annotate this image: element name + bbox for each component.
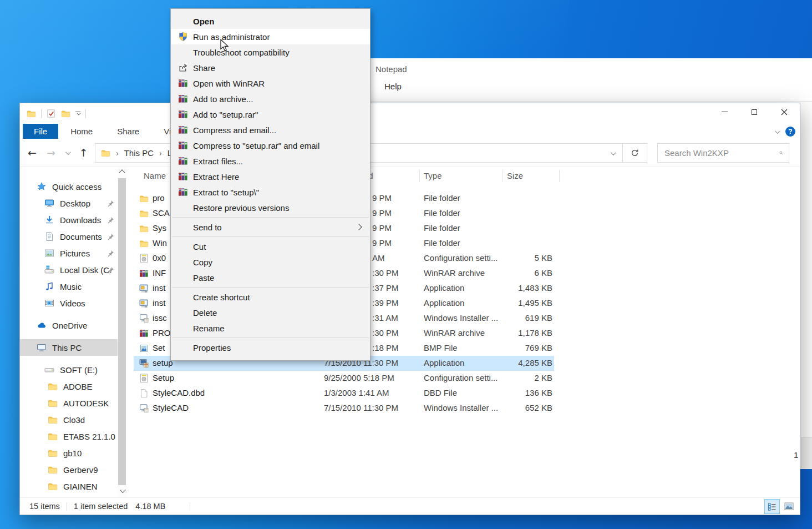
column-header-name[interactable]: Name [144,171,166,180]
sidebar-item-onedrive[interactable]: OneDrive [20,317,118,334]
file-size: 2 KB [534,373,552,382]
menu-item-create-shortcut[interactable]: Create shortcut [171,289,370,305]
address-dropdown-chevron-icon[interactable] [611,150,616,155]
sidebar-item-label: Pictures [60,249,90,258]
sidebar-item-giainen[interactable]: GIAINEN [20,478,118,495]
help-button[interactable]: ? [785,127,795,137]
file-date-modified: 9 PM [372,238,392,248]
sidebar-item-clo3d[interactable]: Clo3d [20,411,118,428]
sidebar-item-downloads[interactable]: Downloads [20,211,118,228]
column-divider[interactable] [419,170,420,182]
sidebar-item-soft-e[interactable]: SOFT (E:) [20,361,118,378]
menu-item-open-with-winrar[interactable]: Open with WinRAR [171,75,370,91]
qat-customize-chevron-icon[interactable] [75,112,80,116]
file-name: inst [153,283,165,293]
search-input[interactable] [658,148,779,158]
close-button[interactable] [769,103,799,120]
ribbon-tab-share[interactable]: Share [105,124,151,139]
forward-button[interactable]: → [47,148,55,158]
pin-icon [107,233,114,240]
sidebar-item-local-disk-c[interactable]: Local Disk (C: [20,261,118,278]
recent-locations-chevron-icon[interactable] [65,149,71,155]
menu-item-add-to-setup-rar[interactable]: Add to "setup.rar" [171,107,370,122]
qat-properties-icon[interactable] [47,109,56,118]
scroll-down-icon[interactable] [120,487,126,493]
menu-item-compress-and-email[interactable]: Compress and email... [171,122,370,138]
winrar-icon [177,187,189,197]
ribbon-tab-file[interactable]: File [23,124,58,139]
menu-item-troubleshoot-compatibility[interactable]: Troubleshoot compatibility [171,44,370,60]
thumbnail-view-button[interactable] [781,500,796,513]
ribbon-expand-chevron-icon[interactable] [775,128,780,134]
file-row-setup[interactable]: Setup9/25/2000 5:18 PMConfiguration sett… [134,371,554,386]
column-divider[interactable] [559,170,560,182]
scrollbar-thumb[interactable] [118,178,126,485]
back-button[interactable]: ← [28,148,37,158]
menu-separator [172,287,369,288]
maximize-button[interactable] [739,103,769,120]
sidebar-item-documents[interactable]: Documents [20,228,118,245]
menu-item-extract-files[interactable]: Extract files... [171,153,370,169]
file-date-modified: 9 PM [372,223,392,233]
scroll-up-icon[interactable] [119,169,125,175]
menu-item-label: Add to archive... [193,94,253,104]
menu-item-properties[interactable]: Properties [171,340,370,355]
menu-item-open[interactable]: Open [171,13,370,29]
minimize-button[interactable] [709,103,739,120]
file-type: File folder [424,208,460,218]
column-header-size[interactable]: Size [507,171,523,180]
column-divider[interactable] [502,170,503,182]
ribbon-tab-home[interactable]: Home [58,124,105,139]
config-icon [139,374,149,383]
menu-item-extract-here[interactable]: Extract Here [171,169,370,184]
menu-item-send-to[interactable]: Send to [171,219,370,235]
search-icon[interactable] [779,149,783,157]
pin-icon [107,199,114,206]
menu-item-rename[interactable]: Rename [171,320,370,336]
menu-item-copy[interactable]: Copy [171,254,370,270]
folder-icon [139,209,149,218]
menu-item-extract-to-setup[interactable]: Extract to "setup\" [171,184,370,200]
up-button[interactable]: ↑ [79,148,88,158]
breadcrumb-this-pc[interactable]: This PC [124,148,154,158]
menu-item-cut[interactable]: Cut [171,239,370,254]
sidebar-item-etabs-21-1-0[interactable]: ETABS 21.1.0 [20,428,118,445]
file-row-stylecad[interactable]: StyleCAD7/15/2010 11:30 PMWindows Instal… [134,401,554,416]
file-date-modified: 9/25/2000 5:18 PM [324,373,394,382]
sidebar-item-autodesk[interactable]: AUTODESK [20,395,118,411]
menu-item-restore-previous-versions[interactable]: Restore previous versions [171,200,370,215]
notepad-menu-help[interactable]: Help [384,82,402,91]
sidebar-item-this-pc[interactable]: This PC [20,339,118,356]
refresh-button[interactable] [623,143,647,163]
sidebar-item-pictures[interactable]: Pictures [20,245,118,261]
file-date-modified: 7/15/2010 11:30 PM [324,403,398,412]
sidebar-item-videos[interactable]: Videos [20,295,118,311]
menu-item-run-as-administrator[interactable]: Run as administrator [171,29,370,44]
menu-item-compress-to-setup-rar-and-email[interactable]: Compress to "setup.rar" and email [171,138,370,153]
sidebar-item-gerberv9[interactable]: Gerberv9 [20,461,118,478]
details-view-button[interactable] [765,500,779,513]
menu-item-label: Extract Here [193,172,239,182]
column-header-type[interactable]: Type [424,171,442,180]
sidebar-item-adobe[interactable]: ADOBE [20,378,118,395]
menu-item-add-to-archive[interactable]: Add to archive... [171,91,370,107]
file-type: WinRAR archive [424,268,485,278]
breadcrumb-chevron-icon: › [116,149,119,158]
ribbon-tab-bar: FileHomeShareView [20,124,800,139]
sidebar-item-desktop[interactable]: Desktop [20,195,118,211]
sidebar-item-quick-access[interactable]: Quick access [20,178,118,195]
qat-new-folder-icon[interactable] [61,109,70,118]
menu-icon-spacer [177,273,189,283]
file-type: File folder [424,238,460,248]
sidebar-item-gb10[interactable]: gb10 [20,445,118,461]
menu-icon-spacer [177,241,189,251]
menu-item-paste[interactable]: Paste [171,270,370,285]
file-date-modified: 9 PM [372,208,392,218]
sidebar-item-music[interactable]: Music [20,278,118,295]
menu-item-delete[interactable]: Delete [171,305,370,320]
menu-icon-spacer [177,203,189,213]
file-size: 6 KB [534,268,552,278]
file-row-stylecad-dbd[interactable]: StyleCAD.dbd1/3/2003 1:41 AMDBD File136 … [134,386,554,401]
menu-item-share[interactable]: Share [171,60,370,75]
sidebar-scrollbar[interactable] [118,167,127,497]
